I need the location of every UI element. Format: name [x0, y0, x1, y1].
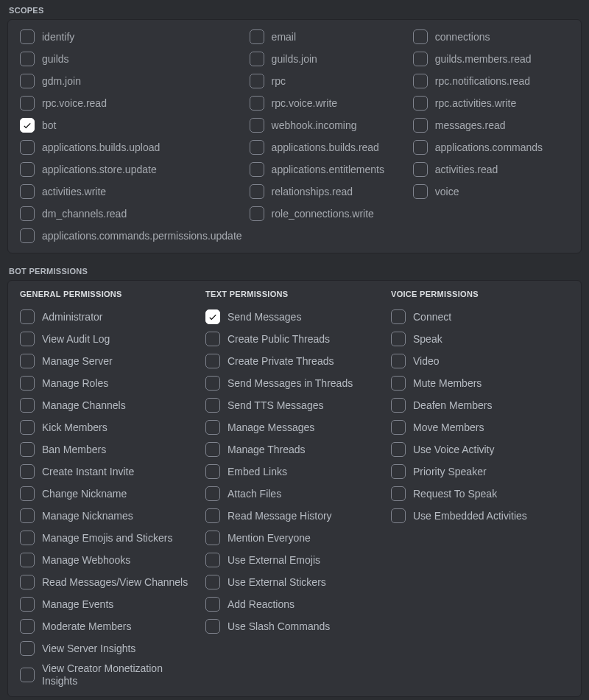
checkbox-icon[interactable] — [205, 508, 220, 523]
permission-view-creator-monetization-insights[interactable]: View Creator Monetization Insights — [20, 662, 198, 687]
checkbox-icon[interactable] — [205, 531, 220, 545]
checkbox-icon[interactable] — [413, 162, 428, 177]
permission-manage-roles[interactable]: Manage Roles — [20, 375, 198, 391]
checkbox-icon[interactable] — [205, 376, 220, 391]
checkbox-icon[interactable] — [250, 52, 264, 66]
checkbox-icon[interactable] — [20, 641, 35, 656]
checkbox-icon[interactable] — [20, 398, 35, 413]
scope-guilds[interactable]: guilds — [20, 51, 242, 67]
checkbox-icon[interactable] — [20, 228, 35, 243]
checkbox-icon[interactable] — [20, 508, 35, 523]
checkbox-icon[interactable] — [250, 140, 264, 155]
permission-read-messages-view-channels[interactable]: Read Messages/View Channels — [20, 574, 198, 590]
checkbox-icon[interactable] — [20, 354, 35, 368]
permission-use-voice-activity[interactable]: Use Voice Activity — [391, 441, 569, 458]
scope-applications-commands-permissions-update[interactable]: applications.commands.permissions.update — [20, 228, 242, 244]
permission-video[interactable]: Video — [391, 353, 569, 369]
checkbox-icon[interactable] — [20, 597, 35, 612]
checkbox-icon[interactable] — [205, 575, 220, 589]
permission-manage-events[interactable]: Manage Events — [20, 596, 198, 612]
checkbox-icon[interactable] — [205, 420, 220, 435]
scope-applications-builds-upload[interactable]: applications.builds.upload — [20, 139, 242, 155]
checkbox-icon[interactable] — [20, 531, 35, 545]
checkbox-icon[interactable] — [205, 309, 220, 324]
checkbox-icon[interactable] — [391, 420, 406, 435]
permission-moderate-members[interactable]: Moderate Members — [20, 618, 198, 634]
checkbox-icon[interactable] — [205, 486, 220, 501]
checkbox-icon[interactable] — [413, 74, 428, 88]
checkbox-icon[interactable] — [391, 442, 406, 457]
checkbox-icon[interactable] — [20, 619, 35, 634]
scope-applications-entitlements[interactable]: applications.entitlements — [250, 161, 406, 178]
scope-dm-channels-read[interactable]: dm_channels.read — [20, 206, 242, 222]
permission-mute-members[interactable]: Mute Members — [391, 375, 569, 391]
scope-identify[interactable]: identify — [20, 29, 242, 45]
checkbox-icon[interactable] — [20, 309, 35, 324]
permission-use-slash-commands[interactable]: Use Slash Commands — [205, 618, 384, 634]
permission-add-reactions[interactable]: Add Reactions — [205, 596, 384, 612]
permission-manage-nicknames[interactable]: Manage Nicknames — [20, 508, 198, 524]
scope-voice[interactable]: voice — [413, 183, 569, 200]
checkbox-icon[interactable] — [205, 619, 220, 634]
checkbox-icon[interactable] — [205, 553, 220, 567]
permission-create-instant-invite[interactable]: Create Instant Invite — [20, 463, 198, 480]
scope-bot[interactable]: bot — [20, 117, 242, 133]
checkbox-icon[interactable] — [20, 332, 35, 346]
scope-rpc-voice-read[interactable]: rpc.voice.read — [20, 95, 242, 111]
checkbox-icon[interactable] — [20, 206, 35, 221]
permission-read-message-history[interactable]: Read Message History — [205, 508, 384, 524]
checkbox-icon[interactable] — [391, 354, 406, 368]
checkbox-icon[interactable] — [391, 376, 406, 391]
checkbox-icon[interactable] — [413, 140, 428, 155]
checkbox-icon[interactable] — [20, 376, 35, 391]
checkbox-icon[interactable] — [20, 96, 35, 111]
permission-manage-webhooks[interactable]: Manage Webhooks — [20, 552, 198, 568]
checkbox-icon[interactable] — [250, 29, 264, 44]
checkbox-icon[interactable] — [391, 508, 406, 523]
scope-rpc-activities-write[interactable]: rpc.activities.write — [413, 95, 569, 111]
scope-messages-read[interactable]: messages.read — [413, 117, 569, 133]
checkbox-icon[interactable] — [250, 118, 264, 133]
permission-use-external-emojis[interactable]: Use External Emojis — [205, 552, 384, 568]
permission-deafen-members[interactable]: Deafen Members — [391, 397, 569, 413]
permission-create-private-threads[interactable]: Create Private Threads — [205, 353, 384, 369]
checkbox-icon[interactable] — [20, 553, 35, 567]
permission-use-external-stickers[interactable]: Use External Stickers — [205, 574, 384, 590]
permission-manage-messages[interactable]: Manage Messages — [205, 419, 384, 435]
scope-applications-commands[interactable]: applications.commands — [413, 139, 569, 155]
scope-rpc-notifications-read[interactable]: rpc.notifications.read — [413, 73, 569, 89]
permission-manage-channels[interactable]: Manage Channels — [20, 397, 198, 413]
checkbox-icon[interactable] — [413, 184, 428, 199]
scope-connections[interactable]: connections — [413, 29, 569, 45]
checkbox-icon[interactable] — [391, 332, 406, 346]
permission-view-audit-log[interactable]: View Audit Log — [20, 331, 198, 347]
scope-rpc[interactable]: rpc — [250, 73, 406, 89]
checkbox-icon[interactable] — [391, 398, 406, 413]
permission-manage-server[interactable]: Manage Server — [20, 353, 198, 369]
scope-email[interactable]: email — [250, 29, 406, 45]
permission-speak[interactable]: Speak — [391, 331, 569, 347]
scope-applications-store-update[interactable]: applications.store.update — [20, 161, 242, 178]
checkbox-icon[interactable] — [250, 162, 264, 177]
checkbox-icon[interactable] — [20, 52, 35, 66]
permission-change-nickname[interactable]: Change Nickname — [20, 486, 198, 502]
scope-activities-read[interactable]: activities.read — [413, 161, 569, 178]
checkbox-icon[interactable] — [20, 464, 35, 479]
checkbox-icon[interactable] — [20, 486, 35, 501]
scope-guilds-join[interactable]: guilds.join — [250, 51, 406, 67]
scope-guilds-members-read[interactable]: guilds.members.read — [413, 51, 569, 67]
permission-connect[interactable]: Connect — [391, 309, 569, 325]
scope-applications-builds-read[interactable]: applications.builds.read — [250, 139, 406, 155]
scope-gdm-join[interactable]: gdm.join — [20, 73, 242, 89]
checkbox-icon[interactable] — [250, 184, 264, 199]
permission-send-tts-messages[interactable]: Send TTS Messages — [205, 397, 384, 413]
permission-create-public-threads[interactable]: Create Public Threads — [205, 331, 384, 347]
checkbox-icon[interactable] — [205, 597, 220, 612]
checkbox-icon[interactable] — [20, 420, 35, 435]
checkbox-icon[interactable] — [205, 332, 220, 346]
permission-attach-files[interactable]: Attach Files — [205, 486, 384, 502]
checkbox-icon[interactable] — [391, 309, 406, 324]
checkbox-icon[interactable] — [391, 464, 406, 479]
permission-ban-members[interactable]: Ban Members — [20, 441, 198, 458]
checkbox-icon[interactable] — [20, 74, 35, 88]
